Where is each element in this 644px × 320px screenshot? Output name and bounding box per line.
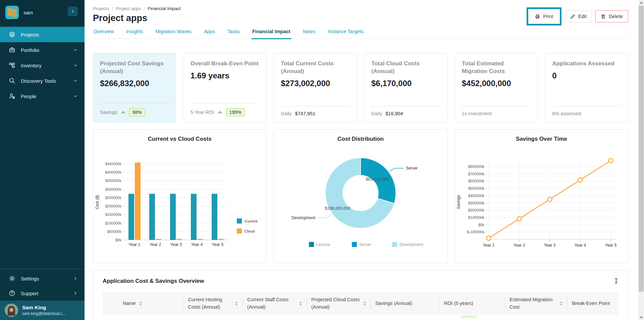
sidebar-item-people[interactable]: People — [0, 88, 85, 104]
kpi-footer: 0% assessed — [552, 106, 621, 116]
svg-text:$500000k: $500000k — [468, 186, 484, 190]
sidebar-item-label: People — [21, 93, 37, 99]
table-header-row: NameCurrent Hosting Costs (Annual)Curren… — [103, 293, 619, 315]
svg-text:$0k: $0k — [478, 223, 484, 227]
kpi-footer-label: Daily — [371, 111, 382, 116]
sidebar: sam ProjectsPortfolioInventoryDiscovery … — [0, 0, 85, 320]
kpi-badge: 98% — [129, 108, 145, 116]
tab-apps[interactable]: Apps — [203, 27, 216, 39]
tab-financial-impact[interactable]: Financial Impact — [252, 27, 291, 39]
chart-title: Cost Distribution — [274, 136, 447, 142]
column-header-projected-cloud-costs-annual[interactable]: Projected Cloud Costs (Annual) — [307, 293, 371, 314]
kpi-footer: 1x investment — [462, 106, 531, 116]
page-actions: Print Edit Delete — [527, 7, 628, 25]
tab-overview[interactable]: Overview — [93, 27, 114, 39]
svg-text:$300000k: $300000k — [468, 201, 484, 205]
donut-chart-card: Cost Distribution $83,170,000Server$196,… — [274, 129, 447, 263]
tab-tasks[interactable]: Tasks — [227, 27, 240, 39]
line-chart-card: Savings Over Time $-100000k$0k$100000k$2… — [455, 129, 628, 263]
tab-bar: OverviewInsightsMigration WavesAppsTasks… — [93, 27, 628, 39]
svg-text:Savings: Savings — [456, 195, 461, 209]
bar-chart-svg: $0k$50000k$100000k$150000k$200000k$25000… — [93, 144, 266, 260]
kpi-footer-label: 0% assessed — [552, 111, 581, 116]
sidebar-collapse-button[interactable] — [68, 6, 78, 16]
sidebar-item-discovery-tools[interactable]: Discovery Tools — [0, 73, 85, 88]
kpi-footer-value: $16,904 — [385, 111, 403, 116]
legend-item-development[interactable]: Development — [392, 242, 423, 247]
breadcrumb-project-apps[interactable]: Project apps — [116, 6, 141, 11]
delete-button[interactable]: Delete — [595, 10, 628, 22]
chevron-down-icon — [73, 78, 78, 83]
sidebar-item-label: Settings — [21, 276, 39, 281]
legend-item-cloud[interactable]: Cloud — [237, 229, 255, 234]
svg-text:Year 1: Year 1 — [483, 243, 495, 248]
sort-icon — [139, 301, 142, 306]
chevron-right-icon — [73, 276, 78, 281]
svg-text:Server: Server — [406, 166, 418, 171]
svg-text:Year 3: Year 3 — [170, 242, 182, 247]
svg-text:Cloud: Cloud — [245, 229, 255, 233]
kpi-footer: Daily$747,951 — [281, 106, 350, 116]
kpi-footer-label: Savings — [100, 110, 117, 115]
breadcrumb-current: Financial Impact — [148, 6, 180, 11]
column-header-current-hosting-costs-annual[interactable]: Current Hosting Costs (Annual) — [183, 293, 243, 314]
edit-button[interactable]: Edit — [565, 10, 592, 22]
sidebar-item-portfolio[interactable]: Portfolio — [0, 42, 85, 58]
column-picker-icon[interactable] — [613, 278, 619, 284]
user-profile[interactable]: Sam King sam.king@tidalcloud.c... — [0, 301, 85, 320]
legend-item-license[interactable]: License — [309, 242, 330, 247]
user-name: Sam King — [22, 305, 66, 311]
sidebar-item-projects[interactable]: Projects — [0, 27, 85, 42]
sort-icon — [235, 301, 238, 306]
trash-icon — [601, 14, 606, 19]
column-header-current-staff-costs-annual[interactable]: Current Staff Costs (Annual) — [243, 293, 307, 314]
svg-text:$200000k: $200000k — [105, 204, 122, 208]
print-button[interactable]: Print — [530, 10, 558, 22]
vertical-scrollbar[interactable] — [638, 0, 644, 320]
chevron-down-icon — [73, 63, 78, 68]
applications-table-card: Application Cost & Savings Overview Name… — [93, 270, 628, 320]
trend-up-icon — [218, 110, 223, 115]
svg-text:License: License — [316, 242, 330, 247]
kpi-footer: Daily$16,904 — [371, 106, 440, 116]
svg-text:$350000k: $350000k — [105, 179, 122, 183]
column-label: Estimated Migration Cost — [509, 296, 556, 311]
breadcrumb-projects[interactable]: Projects — [93, 6, 109, 11]
legend-item-server[interactable]: Server — [352, 242, 371, 247]
sidebar-item-support[interactable]: Support — [0, 286, 85, 301]
kpi-card-projected-cost-savings-annual: Projected Cost Savings (Annual)$266,832,… — [93, 53, 176, 123]
chevron-down-icon — [73, 94, 78, 99]
user-email: sam.king@tidalcloud.c... — [22, 311, 66, 316]
column-label: Current Staff Costs (Annual) — [247, 296, 296, 311]
line-chart: $-100000k$0k$100000k$200000k$300000k$400… — [455, 144, 628, 260]
svg-text:$-100000k: $-100000k — [467, 230, 484, 234]
kpi-footer-label: 1x investment — [462, 111, 492, 116]
app-logo-icon[interactable] — [5, 6, 19, 19]
column-header-estimated-migration-cost[interactable]: Estimated Migration Cost — [505, 293, 567, 314]
sidebar-item-settings[interactable]: Settings — [0, 271, 85, 286]
tab-notes[interactable]: Notes — [302, 27, 316, 39]
kpi-footer-label: Daily — [281, 111, 291, 116]
scroll-up-arrow-icon[interactable] — [638, 0, 644, 6]
kpi-title: Total Estimated Migration Costs — [462, 60, 531, 75]
svg-text:$700000k: $700000k — [468, 172, 484, 176]
sidebar-item-label: Portfolio — [21, 47, 39, 53]
scroll-down-arrow-icon[interactable] — [638, 314, 644, 320]
tab-insights[interactable]: Insights — [125, 27, 144, 39]
sidebar-item-inventory[interactable]: Inventory — [0, 58, 85, 73]
trend-up-icon — [121, 110, 126, 115]
scrollbar-thumb[interactable] — [639, 6, 644, 292]
svg-text:Year 2: Year 2 — [150, 242, 161, 247]
tab-migration-waves[interactable]: Migration Waves — [155, 27, 192, 39]
legend-item-current[interactable]: Current — [237, 218, 258, 223]
avatar — [5, 304, 18, 317]
svg-text:$450000k: $450000k — [105, 162, 122, 166]
tab-instance-targets[interactable]: Instance Targets — [327, 27, 364, 39]
kpi-value: $452,000,000 — [462, 79, 531, 88]
column-header-name[interactable]: Name — [103, 293, 183, 314]
svg-text:$150000k: $150000k — [105, 212, 122, 216]
kpi-footer: Savings98% — [100, 103, 169, 116]
sidebar-item-label: Projects — [21, 32, 39, 38]
sidebar-header: sam — [0, 0, 85, 25]
column-label: Current Hosting Costs (Annual) — [188, 296, 232, 311]
